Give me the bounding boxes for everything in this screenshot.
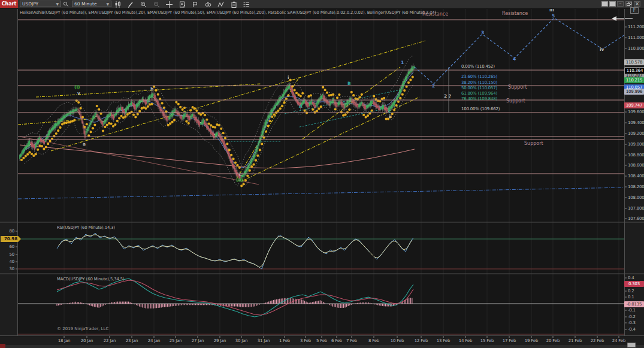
- zoom-out-icon: [153, 1, 160, 8]
- clipboard-icon: [231, 1, 237, 8]
- zoom-in-icon: [140, 1, 147, 8]
- crosshair-button[interactable]: [164, 1, 174, 8]
- zoom-out-button[interactable]: [152, 1, 162, 8]
- interval-selector[interactable]: 60 Minute ▼: [72, 1, 111, 7]
- tab-chart[interactable]: Chart: [0, 0, 18, 8]
- link-button-2[interactable]: [609, 1, 616, 7]
- candlestick-icon: [114, 1, 121, 8]
- list-button[interactable]: [241, 1, 252, 8]
- interval-value: 60 Minute: [74, 1, 97, 7]
- price-marker-button[interactable]: [190, 1, 200, 8]
- chevron-down-icon: ▼: [106, 2, 109, 6]
- pencil-icon: [128, 1, 134, 8]
- search-button[interactable]: [62, 1, 70, 8]
- price-marker-icon: [192, 1, 198, 8]
- line-chart-button[interactable]: [216, 1, 226, 8]
- pencil-button[interactable]: [126, 1, 136, 8]
- snapshot-icon: [205, 1, 211, 8]
- ninjatrader-window: { "window": { "tab_label": "Chart", "ins…: [0, 0, 644, 348]
- minimize-button[interactable]: –: [617, 1, 624, 7]
- snapshot-button[interactable]: [203, 1, 213, 8]
- f-button[interactable]: F: [630, 7, 639, 14]
- chart-canvas[interactable]: [0, 0, 644, 348]
- restore-icon: [627, 2, 631, 6]
- restore-button[interactable]: [625, 1, 632, 7]
- link-button-1[interactable]: [601, 1, 608, 7]
- toolbar: Chart USDJPY ▼ 60 Minute ▼ – ×: [0, 0, 644, 9]
- search-icon: [63, 1, 69, 7]
- candlestick-button[interactable]: [113, 1, 123, 8]
- clipboard-button[interactable]: [229, 1, 239, 8]
- close-button[interactable]: ×: [634, 1, 640, 7]
- instrument-value: USDJPY: [22, 1, 38, 7]
- chevron-down-icon: ▼: [56, 2, 59, 6]
- list-icon: [243, 1, 250, 8]
- instrument-selector[interactable]: USDJPY ▼: [20, 1, 61, 7]
- notes-button[interactable]: [177, 1, 188, 8]
- zoom-in-button[interactable]: [138, 1, 149, 8]
- line-chart-icon: [217, 1, 224, 8]
- crosshair-icon: [166, 1, 173, 8]
- notes-icon: [179, 1, 186, 8]
